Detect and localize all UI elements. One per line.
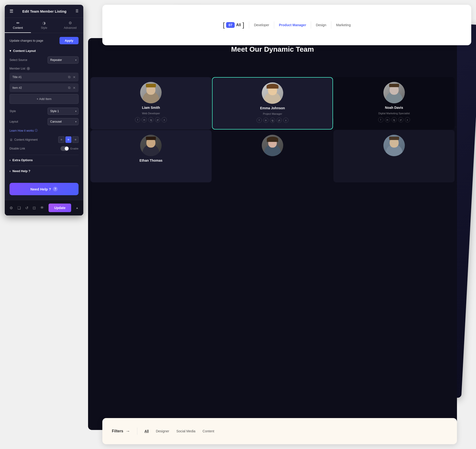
align-left-button[interactable]: ≡ <box>58 136 64 143</box>
team-card-emma: Emma Johnson Project Manager f in ig yt … <box>212 77 333 130</box>
need-help-section: › Need Help ? <box>10 166 79 173</box>
list-item-1: Title #1 ⧉ ✕ <box>10 73 79 81</box>
filter-badge: 07 <box>226 22 235 28</box>
emma-instagram-icon[interactable]: ig <box>270 118 275 123</box>
member5-avatar <box>262 135 283 156</box>
liam-x-icon[interactable]: x <box>162 117 167 122</box>
apply-button[interactable]: Apply <box>59 37 79 44</box>
filter-all-box: [ 07 All ] <box>223 21 244 29</box>
bottom-divider <box>137 428 137 435</box>
team-card-6 <box>334 130 455 182</box>
filter-divider-2 <box>274 21 274 28</box>
filter-divider-4 <box>331 21 331 28</box>
tab-advanced[interactable]: ⚙ Advanced <box>57 18 83 33</box>
bottom-filter-designer[interactable]: Designer <box>156 429 169 433</box>
need-help-section-label: Need Help ? <box>12 169 30 173</box>
liam-facebook-icon[interactable]: f <box>135 117 140 122</box>
gear-small-icon: ⚙ <box>68 21 72 25</box>
select-source-dropdown[interactable]: Repeater <box>48 57 79 63</box>
filter-tag-design[interactable]: Design <box>316 23 326 27</box>
bottom-filter-social[interactable]: Social Media <box>176 429 195 433</box>
copy-icon-2[interactable]: ⧉ <box>68 86 70 90</box>
toggle-enable-label: Enable <box>70 147 79 150</box>
update-label: Update changes to page <box>10 39 43 42</box>
noah-facebook-icon[interactable]: f <box>378 117 383 122</box>
style-wrapper: Style 1 <box>48 108 79 115</box>
chevron-up-icon[interactable]: ▲ <box>76 206 79 210</box>
history-footer-icon[interactable]: ↺ <box>25 206 28 210</box>
layout-row: Layout Carousel <box>10 118 79 125</box>
liam-linkedin-icon[interactable]: in <box>142 117 147 122</box>
pencil-icon: ✏ <box>17 21 20 25</box>
bracket-left: [ <box>223 21 225 29</box>
filter-tag-product-manager[interactable]: Product Manager <box>279 23 306 27</box>
filter-tag-developer[interactable]: Developer <box>254 23 269 27</box>
content-layout-section[interactable]: ▾ Content Layout <box>10 49 79 53</box>
toggle-switch[interactable]: Enable <box>60 146 79 151</box>
layers-footer-icon[interactable]: ❏ <box>17 206 21 210</box>
layout-dropdown[interactable]: Carousel <box>48 118 79 125</box>
emma-name: Emma Johnson <box>260 106 285 110</box>
noah-instagram-icon[interactable]: ig <box>391 117 397 122</box>
toggle-track[interactable] <box>60 146 69 151</box>
learn-how-link[interactable]: Learn How it works ⓘ <box>10 129 79 133</box>
align-center-button[interactable]: ≡ <box>65 136 72 143</box>
need-help-button[interactable]: Need Help ? ? <box>10 183 79 195</box>
content-layout-label: Content Layout <box>13 49 36 53</box>
filter-tag-marketing[interactable]: Marketing <box>336 23 351 27</box>
close-icon-2[interactable]: ✕ <box>73 86 76 90</box>
team-title: Meet Our Dynamic Team <box>93 45 452 53</box>
update-button[interactable]: Update <box>49 204 71 212</box>
noah-role: Digital Marketing Specialist <box>378 112 410 115</box>
hamburger-icon[interactable]: ☰ <box>10 9 13 14</box>
liam-youtube-icon[interactable]: yt <box>155 117 160 122</box>
need-help-btn-label: Need Help ? <box>30 187 51 191</box>
noah-youtube-icon[interactable]: yt <box>398 117 403 122</box>
chevron-down-icon: ▾ <box>10 49 11 53</box>
liam-role: Web Developer <box>142 112 160 115</box>
emma-role: Project Manager <box>263 112 282 115</box>
item-2-label: Item #2 <box>12 86 66 90</box>
noah-x-icon[interactable]: x <box>405 117 410 122</box>
settings-footer-icon[interactable]: ⚙ <box>10 206 13 210</box>
noah-linkedin-icon[interactable]: in <box>385 117 390 122</box>
tab-content[interactable]: ✏ Content <box>5 18 31 33</box>
sidebar-footer: ⚙ ❏ ↺ ⊡ 👁 Update ▲ <box>5 200 83 216</box>
sidebar-tabs: ✏ Content ◑ Style ⚙ Advanced <box>5 18 83 33</box>
monitor-footer-icon[interactable]: ⊡ <box>33 206 36 210</box>
ethan-name: Ethan Thomas <box>139 159 162 162</box>
filters-arrow-icon: → <box>126 429 130 434</box>
team-card-liam: Liam Smith Web Developer f in ig yt x <box>91 77 212 130</box>
liam-avatar <box>140 82 162 103</box>
close-icon-1[interactable]: ✕ <box>73 75 76 79</box>
tab-style[interactable]: ◑ Style <box>31 18 57 33</box>
grid-icon[interactable]: ⠿ <box>75 9 79 14</box>
main-area: [ 07 All ] Developer Product Manager Des… <box>88 5 471 444</box>
toggle-thumb <box>65 147 68 150</box>
emma-linkedin-icon[interactable]: in <box>263 118 268 123</box>
sidebar-body: Update changes to page Apply ▾ Content L… <box>5 33 83 181</box>
copy-icon-1[interactable]: ⧉ <box>68 75 70 79</box>
ethan-avatar <box>140 135 162 156</box>
update-row: Update changes to page Apply <box>10 37 79 44</box>
emma-youtube-icon[interactable]: yt <box>277 118 282 123</box>
filter-card-top: [ 07 All ] Developer Product Manager Des… <box>102 5 471 45</box>
item-1-label: Title #1 <box>12 75 66 79</box>
align-right-button[interactable]: ≡ <box>72 136 79 143</box>
sidebar: ☰ Edit Team Member Listing ⠿ ✏ Content ◑… <box>5 5 83 216</box>
team-card-5 <box>212 130 333 182</box>
halfcircle-icon: ◑ <box>42 21 46 25</box>
bottom-filter-content[interactable]: Content <box>203 429 214 433</box>
eye-footer-icon[interactable]: 👁 <box>40 206 44 210</box>
emma-x-icon[interactable]: x <box>283 118 289 123</box>
need-help-header[interactable]: › Need Help ? <box>10 169 79 173</box>
style-label: Style <box>10 109 16 113</box>
member-list-label: Member List i <box>10 67 79 70</box>
bottom-filter-all[interactable]: All <box>144 429 149 433</box>
add-item-button[interactable]: + Add Item <box>10 94 79 104</box>
liam-instagram-icon[interactable]: ig <box>148 117 153 122</box>
emma-facebook-icon[interactable]: f <box>257 118 262 123</box>
learn-how-label: Learn How it works <box>10 129 34 132</box>
style-dropdown[interactable]: Style 1 <box>48 108 79 115</box>
extra-options-header[interactable]: › Extra Options <box>10 158 79 162</box>
